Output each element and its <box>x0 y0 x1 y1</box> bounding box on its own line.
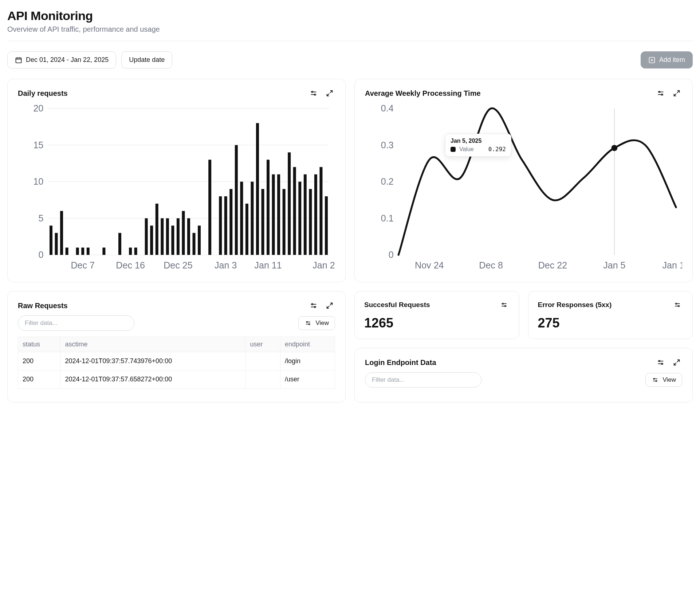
svg-point-85 <box>678 306 679 307</box>
expand-icon[interactable] <box>671 357 682 368</box>
svg-rect-14 <box>50 225 52 255</box>
stat-value-success: 1265 <box>364 315 510 331</box>
tooltip-date: Jan 5, 2025 <box>451 138 506 144</box>
card-weekly-processing: Average Weekly Processing Time 00.10.20.… <box>354 79 693 282</box>
svg-rect-0 <box>16 58 21 63</box>
svg-text:0.4: 0.4 <box>381 103 394 113</box>
page-header: API Monitoring Overview of API traffic, … <box>7 9 693 41</box>
date-range-button[interactable]: Dec 01, 2024 - Jan 22, 2025 <box>7 51 116 68</box>
svg-rect-16 <box>60 211 63 255</box>
svg-point-3 <box>314 94 316 95</box>
settings-icon[interactable] <box>308 300 319 311</box>
svg-text:10: 10 <box>33 176 43 186</box>
settings-icon[interactable] <box>655 88 666 99</box>
stat-title-success: Succesful Requests <box>364 301 495 309</box>
table-header: asctime <box>60 337 245 352</box>
cell-asctime: 2024-12-01T09:37:57.743976+00:00 <box>60 352 245 370</box>
expand-icon[interactable] <box>671 88 682 99</box>
toolbar: Dec 01, 2024 - Jan 22, 2025 Update date … <box>7 51 693 68</box>
svg-point-89 <box>656 381 657 382</box>
svg-point-79 <box>314 306 316 308</box>
svg-text:Dec 25: Dec 25 <box>164 260 193 270</box>
svg-rect-43 <box>251 182 253 255</box>
svg-rect-53 <box>304 174 307 255</box>
table-row[interactable]: 200 2024-12-01T09:37:57.658272+00:00 /us… <box>18 370 335 389</box>
stat-value-errors: 275 <box>538 315 683 331</box>
svg-rect-35 <box>198 225 201 255</box>
card-successful-requests: Succesful Requests 1265 <box>354 291 519 339</box>
cell-endpoint: /login <box>280 352 335 370</box>
view-label-raw: View <box>315 319 329 327</box>
filter-input-raw[interactable] <box>18 315 134 331</box>
svg-point-81 <box>309 324 310 325</box>
table-header: user <box>245 337 280 352</box>
svg-rect-28 <box>161 218 164 255</box>
svg-text:0: 0 <box>38 250 43 260</box>
sliders-icon <box>652 376 659 384</box>
svg-rect-29 <box>166 218 169 255</box>
expand-icon[interactable] <box>324 88 335 99</box>
page-subtitle: Overview of API traffic, performance and… <box>7 25 693 34</box>
view-button-login[interactable]: View <box>645 373 682 387</box>
cell-status: 200 <box>18 370 60 389</box>
svg-rect-20 <box>87 248 90 255</box>
card-title-weekly: Average Weekly Processing Time <box>365 89 650 98</box>
add-item-button[interactable]: Add item <box>641 51 693 68</box>
svg-rect-55 <box>314 174 317 255</box>
settings-icon[interactable] <box>672 299 683 310</box>
card-login-endpoint: Login Endpoint Data View <box>354 348 693 402</box>
svg-rect-46 <box>267 160 270 255</box>
svg-text:Jan 19: Jan 19 <box>662 260 682 270</box>
svg-rect-50 <box>288 152 291 255</box>
table-row[interactable]: 200 2024-12-01T09:37:57.743976+00:00 /lo… <box>18 352 335 370</box>
svg-rect-37 <box>219 196 222 255</box>
svg-rect-44 <box>256 123 259 255</box>
card-title-daily: Daily requests <box>18 89 303 98</box>
settings-icon[interactable] <box>655 357 666 368</box>
svg-rect-30 <box>171 225 174 255</box>
svg-rect-17 <box>66 248 68 255</box>
svg-rect-57 <box>325 196 328 255</box>
table-header: status <box>18 337 60 352</box>
svg-text:15: 15 <box>33 140 43 150</box>
dashboard-grid: Daily requests 05101520Dec 7Dec 16Dec 25… <box>7 79 693 402</box>
page-title: API Monitoring <box>7 9 693 23</box>
svg-rect-56 <box>319 167 322 255</box>
view-label-login: View <box>662 376 676 384</box>
cell-user <box>245 370 280 389</box>
svg-text:Dec 16: Dec 16 <box>116 260 145 270</box>
svg-text:Jan 3: Jan 3 <box>215 260 237 270</box>
svg-rect-18 <box>76 248 79 255</box>
expand-icon[interactable] <box>324 300 335 311</box>
view-button-raw[interactable]: View <box>298 316 335 330</box>
svg-point-65 <box>661 94 663 95</box>
svg-text:Dec 8: Dec 8 <box>479 260 503 270</box>
svg-text:Nov 24: Nov 24 <box>415 260 444 270</box>
settings-icon[interactable] <box>308 88 319 99</box>
svg-text:0.1: 0.1 <box>381 213 394 223</box>
settings-icon[interactable] <box>499 299 510 310</box>
svg-text:5: 5 <box>38 213 43 223</box>
cell-status: 200 <box>18 352 60 370</box>
card-raw-requests: Raw Requests View statusasctimeuserendpo… <box>7 291 346 402</box>
update-date-button[interactable]: Update date <box>121 51 172 68</box>
add-item-label: Add item <box>659 56 685 64</box>
svg-text:20: 20 <box>33 103 43 113</box>
table-header: endpoint <box>280 337 335 352</box>
svg-rect-34 <box>193 233 196 255</box>
svg-rect-45 <box>261 189 264 255</box>
raw-requests-table: statusasctimeuserendpoint 200 2024-12-01… <box>18 337 335 389</box>
cell-user <box>245 352 280 370</box>
filter-input-login[interactable] <box>365 372 481 388</box>
svg-rect-21 <box>102 248 105 255</box>
svg-rect-42 <box>245 204 248 255</box>
right-column: Succesful Requests 1265 Error Responses … <box>354 291 693 402</box>
svg-rect-25 <box>145 218 148 255</box>
svg-rect-31 <box>177 218 180 255</box>
svg-rect-52 <box>298 182 301 255</box>
svg-text:0.3: 0.3 <box>381 140 394 150</box>
svg-point-78 <box>312 304 313 305</box>
chart-tooltip: Jan 5, 2025 Value 0.292 <box>445 134 511 157</box>
svg-rect-22 <box>118 233 121 255</box>
card-title-raw: Raw Requests <box>18 302 303 310</box>
